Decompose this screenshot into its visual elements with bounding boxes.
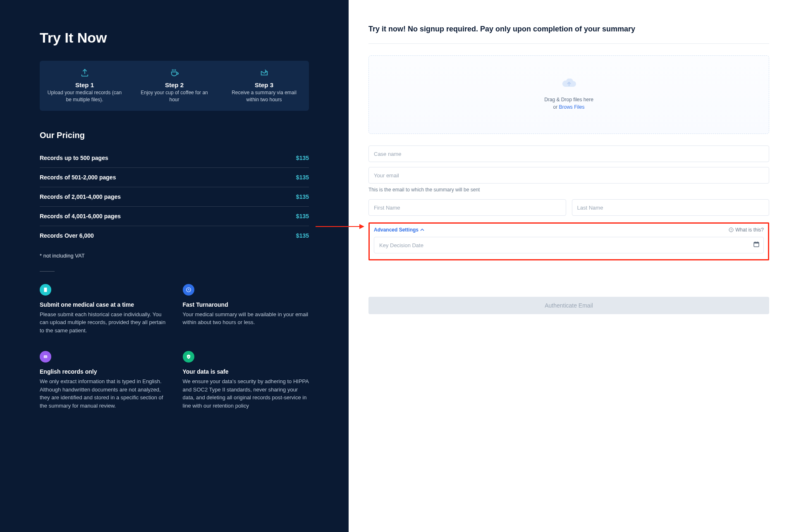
step-title: Step 1 xyxy=(45,81,124,88)
clock-icon xyxy=(183,284,194,296)
help-icon: ? xyxy=(729,227,734,232)
email-hint: This is the email to which the summary w… xyxy=(368,187,769,193)
svg-text:?: ? xyxy=(730,229,732,231)
shield-icon xyxy=(183,351,194,363)
advanced-header: Advanced Settings ? What is this? xyxy=(374,227,764,233)
step-desc: Enjoy your cup of coffee for an hour xyxy=(135,89,213,103)
advanced-settings-toggle[interactable]: Advanced Settings xyxy=(374,227,424,233)
clipboard-icon xyxy=(40,284,51,296)
feature-desc: We ensure your data's security by adheri… xyxy=(183,377,309,410)
pricing-row: Records of 2,001-4,000 pages $135 xyxy=(40,187,309,207)
feature-safe: Your data is safe We ensure your data's … xyxy=(183,351,309,410)
calendar-icon[interactable] xyxy=(753,241,760,249)
step-title: Step 3 xyxy=(225,81,303,88)
step-3: Step 3 Receive a summary via email withi… xyxy=(219,68,309,103)
advanced-settings-box: Advanced Settings ? What is this? xyxy=(368,222,769,260)
feature-desc: We only extract information that is type… xyxy=(40,377,166,410)
advanced-label: Advanced Settings xyxy=(374,227,419,233)
browse-files-link[interactable]: Brows Files xyxy=(559,104,585,110)
step-desc: Upload your medical records (can be mult… xyxy=(45,89,124,103)
email-input[interactable] xyxy=(368,167,769,184)
right-heading: Try it now! No signup required. Pay only… xyxy=(368,24,769,44)
first-name-input[interactable] xyxy=(368,199,566,216)
drop-line1: Drag & Drop files here xyxy=(544,97,593,103)
svg-rect-8 xyxy=(754,242,759,243)
step-desc: Receive a summary via email within two h… xyxy=(225,89,303,103)
page-title: Try It Now xyxy=(40,30,309,46)
feature-submit-one: Submit one medical case at a time Please… xyxy=(40,284,166,335)
language-icon: EN xyxy=(40,351,51,363)
pricing-value: $135 xyxy=(296,174,309,181)
drop-or: or xyxy=(553,104,559,110)
name-row xyxy=(368,199,769,216)
pricing-row: Records up to 500 pages $135 xyxy=(40,148,309,168)
divider xyxy=(40,271,55,272)
vat-note: * not including VAT xyxy=(40,253,309,259)
feature-title: Fast Turnaround xyxy=(183,301,309,308)
mail-icon xyxy=(260,68,269,79)
what-is-this-label: What is this? xyxy=(735,227,764,233)
left-panel: Try It Now Step 1 Upload your medical re… xyxy=(0,0,349,532)
upload-icon xyxy=(80,68,89,79)
pricing-value: $135 xyxy=(296,232,309,239)
pricing-row: Records of 4,001-6,000 pages $135 xyxy=(40,207,309,226)
file-dropzone[interactable]: Drag & Drop files here or Brows Files xyxy=(368,55,769,134)
coffee-icon xyxy=(170,68,179,79)
feature-title: Your data is safe xyxy=(183,368,309,375)
feature-title: English records only xyxy=(40,368,166,375)
pricing-table: Records up to 500 pages $135 Records of … xyxy=(40,148,309,245)
pricing-value: $135 xyxy=(296,155,309,161)
svg-marker-4 xyxy=(359,224,364,229)
svg-text:EN: EN xyxy=(44,356,47,358)
step-title: Step 2 xyxy=(135,81,213,88)
key-decision-date-input[interactable] xyxy=(374,237,764,253)
feature-desc: Your medical summary will be available i… xyxy=(183,310,309,327)
feature-title: Submit one medical case at a time xyxy=(40,301,166,308)
cloud-upload-icon xyxy=(562,79,576,92)
what-is-this-link[interactable]: ? What is this? xyxy=(729,227,764,233)
drop-text: Drag & Drop files here or Brows Files xyxy=(544,96,593,111)
feature-fast: Fast Turnaround Your medical summary wil… xyxy=(183,284,309,335)
features-grid: Submit one medical case at a time Please… xyxy=(40,284,309,410)
feature-english: EN English records only We only extract … xyxy=(40,351,166,410)
pricing-label: Records of 4,001-6,000 pages xyxy=(40,213,121,219)
pricing-title: Our Pricing xyxy=(40,131,309,140)
pricing-label: Records of 501-2,000 pages xyxy=(40,174,116,181)
key-date-wrap xyxy=(374,237,764,253)
step-1: Step 1 Upload your medical records (can … xyxy=(40,68,129,103)
steps-box: Step 1 Upload your medical records (can … xyxy=(40,61,309,111)
pricing-label: Records up to 500 pages xyxy=(40,155,108,161)
case-name-input[interactable] xyxy=(368,146,769,162)
authenticate-email-button[interactable]: Authenticate Email xyxy=(368,297,769,314)
chevron-up-icon xyxy=(420,228,424,232)
feature-desc: Please submit each historical case indiv… xyxy=(40,310,166,335)
right-panel: Try it now! No signup required. Pay only… xyxy=(349,0,794,532)
pricing-row: Records Over 6,000 $135 xyxy=(40,226,309,245)
pricing-label: Records Over 6,000 xyxy=(40,232,94,239)
step-2: Step 2 Enjoy your cup of coffee for an h… xyxy=(129,68,219,103)
last-name-input[interactable] xyxy=(572,199,770,216)
pricing-row: Records of 501-2,000 pages $135 xyxy=(40,168,309,187)
pricing-value: $135 xyxy=(296,193,309,200)
pricing-value: $135 xyxy=(296,213,309,219)
pricing-label: Records of 2,001-4,000 pages xyxy=(40,193,121,200)
